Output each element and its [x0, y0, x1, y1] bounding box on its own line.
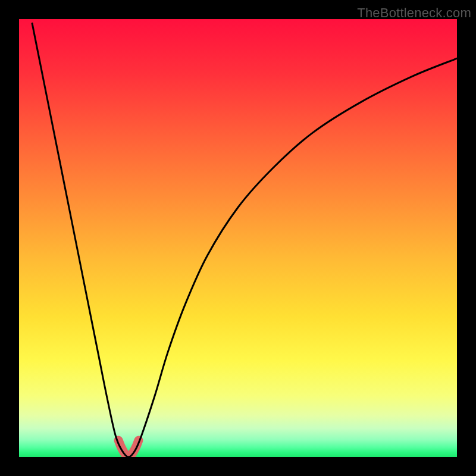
watermark-text: TheBottleneck.com: [357, 5, 471, 21]
bottleneck-curve: [32, 23, 457, 457]
plot-area: [19, 19, 457, 457]
chart-svg: [19, 19, 457, 457]
chart-frame: TheBottleneck.com: [0, 0, 476, 476]
